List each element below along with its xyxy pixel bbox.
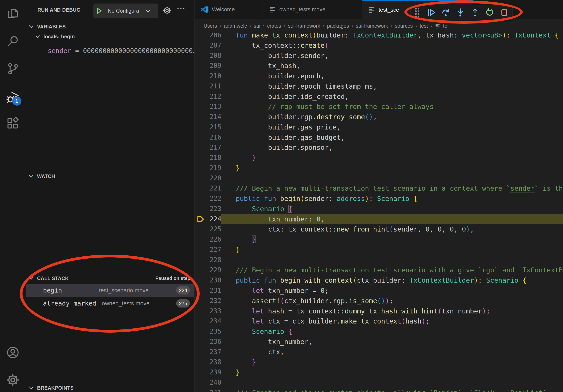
- drag-handle-icon[interactable]: [415, 8, 421, 17]
- glyph-margin: [194, 173, 206, 183]
- line-content: let hash = tx_context::dummy_tx_hash_wit…: [233, 306, 563, 316]
- line-number: 212: [206, 91, 221, 102]
- code-line-209: 209 tx_hash,: [194, 61, 563, 71]
- frame-function: begin: [43, 287, 62, 294]
- breadcrumb-item[interactable]: packages: [327, 23, 349, 29]
- glyph-margin: [194, 194, 206, 204]
- section-watch[interactable]: WATCH: [26, 171, 194, 182]
- continue-button[interactable]: [427, 8, 435, 17]
- code-line-208: 208 builder.sender,: [194, 51, 563, 61]
- line-number: 241: [206, 388, 221, 392]
- breadcrumb-item[interactable]: sui: [254, 23, 260, 29]
- breadcrumb-separator: ›: [263, 23, 265, 29]
- line-content: builder.gas_budget,: [233, 132, 563, 143]
- account-icon[interactable]: [7, 346, 19, 359]
- code-line-223: 223 Scenario {: [194, 204, 563, 214]
- vscode-logo-icon: [200, 5, 209, 14]
- section-breakpoints[interactable]: BREAKPOINTS: [26, 382, 194, 392]
- section-variables[interactable]: VARIABLES: [26, 21, 194, 32]
- line-content: /// Begin a new multi-transaction test s…: [233, 265, 563, 275]
- indent-guide: [252, 224, 252, 234]
- start-debug-dropdown[interactable]: No Configura: [93, 3, 158, 18]
- tab-welcome[interactable]: Welcome: [194, 0, 263, 19]
- call-stack-frame-already_marked[interactable]: already_markedowned_tests.move275: [26, 297, 194, 310]
- debug-sidebar: RUN AND DEBUG No Configura ··· VARIABLES…: [26, 0, 194, 392]
- breadcrumb-separator: ›: [415, 23, 417, 29]
- breadcrumb: Users›adamwelc›sui›crates›sui-framework›…: [194, 19, 563, 33]
- debug-settings-gear-icon[interactable]: [163, 6, 171, 15]
- tab-label: test_sce: [379, 7, 399, 13]
- glyph-margin: [194, 40, 206, 51]
- breadcrumb-item[interactable]: crates: [267, 23, 281, 29]
- breadcrumb-item[interactable]: sui-framework: [288, 23, 320, 29]
- line-content: builder.sender,: [233, 51, 563, 61]
- breadcrumb-item[interactable]: adamwelc: [224, 23, 247, 29]
- line-content: Scenario {: [233, 326, 563, 337]
- line-number: 218: [206, 153, 221, 163]
- line-number: 229: [206, 265, 221, 275]
- line-content: tx_context::create(: [233, 40, 563, 51]
- start-debug-icon[interactable]: [94, 4, 105, 18]
- stop-button[interactable]: [500, 8, 509, 17]
- breadcrumb-separator: ›: [284, 23, 285, 29]
- code-line-229: 229/// Begin a new multi-transaction tes…: [194, 265, 563, 275]
- line-number: 232: [206, 296, 221, 306]
- code-line-234: 234 let ctx = ctx_builder.make_tx_contex…: [194, 316, 563, 326]
- glyph-margin: [194, 142, 206, 153]
- code-line-228: 228: [194, 255, 563, 265]
- code-editor[interactable]: 206fun make_tx_context(builder: TxContex…: [194, 0, 563, 392]
- line-content: [233, 377, 563, 388]
- glyph-margin: [194, 275, 206, 285]
- search-icon[interactable]: [7, 35, 19, 47]
- tab-owned-tests-move[interactable]: owned_tests.move: [263, 0, 362, 19]
- breadcrumb-separator: ›: [219, 23, 221, 29]
- code-line-212: 212 builder.ids_created,: [194, 91, 563, 102]
- indent-guide: [252, 81, 252, 91]
- step-into-button[interactable]: [456, 8, 465, 17]
- restart-button[interactable]: [485, 8, 494, 17]
- line-number: 235: [206, 326, 221, 337]
- line-content: /// Begin a new multi-transaction test s…: [233, 183, 563, 194]
- activity-bar: 1: [0, 0, 26, 392]
- settings-gear-icon[interactable]: [7, 374, 19, 386]
- breadcrumb-item[interactable]: sui-framework: [356, 23, 388, 29]
- breadcrumb-item[interactable]: test: [420, 23, 428, 29]
- glyph-margin: [194, 234, 206, 245]
- step-out-button[interactable]: [471, 8, 479, 17]
- extensions-icon[interactable]: [7, 117, 19, 130]
- line-number: 224: [206, 214, 221, 224]
- call-stack-label: CALL STACK: [37, 275, 69, 281]
- move-file-icon: [435, 23, 441, 29]
- code-line-226: 226 }: [194, 234, 563, 245]
- breadcrumb-item[interactable]: Users: [204, 23, 217, 29]
- code-line-237: 237 ctx,: [194, 347, 563, 357]
- line-number: 234: [206, 316, 221, 326]
- code-line-238: 238 }: [194, 357, 563, 367]
- code-line-240: 240: [194, 377, 563, 388]
- variable-equals: =: [71, 47, 83, 55]
- variables-label: VARIABLES: [37, 24, 66, 30]
- variable-value: 0000000000000000000000000000…: [83, 47, 194, 55]
- call-stack-frame-begin[interactable]: begintest_scenario.move224: [26, 284, 194, 297]
- more-actions-icon[interactable]: ···: [177, 4, 186, 13]
- variables-scope-row[interactable]: locals: begin: [35, 34, 75, 40]
- glyph-margin: [194, 326, 206, 337]
- chevron-down-icon: [29, 25, 34, 28]
- breadcrumb-file[interactable]: te: [443, 23, 448, 29]
- step-over-button[interactable]: [441, 8, 450, 17]
- line-content: let ctx = ctx_builder.make_tx_context(ha…: [233, 316, 563, 326]
- source-control-icon[interactable]: [7, 62, 19, 75]
- line-content: builder.rgp.destroy_some(),: [233, 112, 563, 122]
- glyph-margin: [194, 245, 206, 255]
- code-line-239: 239}: [194, 367, 563, 377]
- tab-label: owned_tests.move: [279, 6, 325, 13]
- code-line-230: 230public fun begin_with_context(ctx_bui…: [194, 275, 563, 285]
- line-content: builder.epoch_timestamp_ms,: [233, 81, 563, 91]
- explorer-icon[interactable]: [7, 8, 19, 20]
- breadcrumb-item[interactable]: sources: [395, 23, 413, 29]
- line-content: }: [233, 163, 563, 173]
- glyph-margin: [194, 112, 206, 122]
- variable-row[interactable]: sender = 0000000000000000000000000000…: [48, 47, 194, 55]
- line-content: ctx,: [233, 347, 563, 357]
- line-content: tx_hash,: [233, 61, 563, 71]
